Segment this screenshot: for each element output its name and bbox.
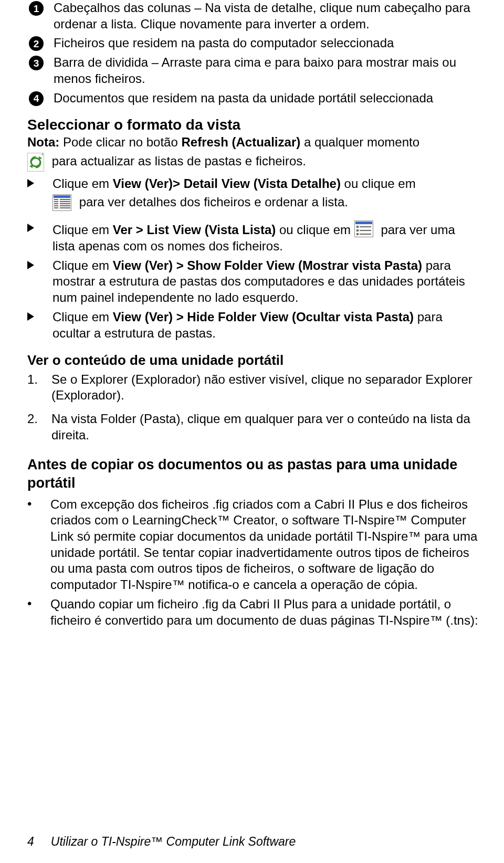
refresh-line: para actualizar as listas de pastas e fi… bbox=[27, 153, 479, 172]
nota-post: a qualquer momento bbox=[300, 135, 419, 149]
footer-title: Utilizar o TI-Nspire™ Computer Link Soft… bbox=[51, 834, 296, 849]
ordered-body: Na vista Folder (Pasta), clique em qualq… bbox=[51, 411, 479, 443]
ordered-num: 1. bbox=[27, 372, 42, 404]
bullet-dot-icon: • bbox=[27, 497, 39, 593]
svg-rect-0 bbox=[28, 153, 44, 171]
svg-rect-17 bbox=[355, 222, 372, 224]
b1-after-icon: para ver detalhes dos ficheiros e ordena… bbox=[76, 195, 348, 209]
number-marker: 4 bbox=[27, 90, 45, 107]
svg-rect-12 bbox=[60, 201, 70, 202]
bullet-item-2: Clique em Ver > List View (Vista Lista) … bbox=[27, 220, 479, 254]
number-marker: 2 bbox=[27, 35, 45, 51]
nota-bold: Refresh (Actualizar) bbox=[181, 135, 300, 149]
bullet-body: Clique em Ver > List View (Vista Lista) … bbox=[52, 220, 479, 254]
numbered-text: Documentos que residem na pasta da unida… bbox=[54, 90, 479, 107]
numbered-item-2: 2 Ficheiros que residem na pasta do comp… bbox=[27, 35, 479, 51]
heading-view-handheld-contents: Ver o conteúdo de uma unidade portátil bbox=[27, 352, 479, 369]
svg-rect-11 bbox=[60, 199, 70, 200]
bullet-item-3: Clique em View (Ver) > Show Folder View … bbox=[27, 258, 479, 306]
b1-post: ou clique em bbox=[341, 176, 416, 191]
bullet-item-1: Clique em View (Ver)> Detail View (Vista… bbox=[27, 176, 479, 211]
svg-rect-9 bbox=[54, 205, 58, 206]
svg-rect-23 bbox=[360, 234, 371, 235]
b4-pre: Clique em bbox=[52, 310, 113, 324]
numbered-item-3: 3 Barra de dividida – Arraste para cima … bbox=[27, 55, 479, 87]
triangle-bullet-icon bbox=[27, 309, 41, 341]
ordered-item-1: 1. Se o Explorer (Explorador) não estive… bbox=[27, 372, 479, 404]
nota-pre: Pode clicar no botão bbox=[59, 135, 181, 149]
page-number: 4 bbox=[27, 834, 34, 849]
note-line: Nota: Pode clicar no botão Refresh (Actu… bbox=[27, 134, 479, 151]
b2-bold: Ver > List View (Vista Lista) bbox=[113, 223, 276, 237]
svg-rect-18 bbox=[356, 226, 359, 228]
circle-number-1: 1 bbox=[29, 1, 44, 16]
svg-rect-14 bbox=[60, 205, 70, 206]
number-marker: 1 bbox=[27, 0, 45, 32]
b1-pre: Clique em bbox=[52, 176, 113, 191]
svg-rect-20 bbox=[356, 229, 359, 231]
svg-rect-10 bbox=[54, 207, 58, 208]
b2-pre: Clique em bbox=[52, 223, 113, 237]
list-view-icon bbox=[354, 220, 373, 237]
number-marker: 3 bbox=[27, 55, 45, 87]
numbered-item-1: 1 Cabeçalhos das colunas – Na vista de d… bbox=[27, 0, 479, 32]
refresh-text: para actualizar as listas de pastas e fi… bbox=[48, 154, 306, 168]
ordered-item-2: 2. Na vista Folder (Pasta), clique em qu… bbox=[27, 411, 479, 443]
svg-rect-13 bbox=[60, 203, 70, 204]
svg-rect-5 bbox=[54, 195, 70, 198]
ordered-body: Se o Explorer (Explorador) não estiver v… bbox=[51, 372, 479, 404]
numbered-item-4: 4 Documentos que residem na pasta da uni… bbox=[27, 90, 479, 107]
svg-rect-21 bbox=[360, 230, 371, 231]
b4-bold: View (Ver) > Hide Folder View (Ocultar v… bbox=[113, 310, 414, 324]
b1-bold: View (Ver)> Detail View (Vista Detalhe) bbox=[113, 176, 341, 191]
triangle-bullet-icon bbox=[27, 176, 41, 211]
numbered-text: Cabeçalhos das colunas – Na vista de det… bbox=[54, 0, 479, 32]
triangle-bullet-icon bbox=[27, 258, 41, 306]
dot-body: Quando copiar um ficheiro .fig da Cabri … bbox=[50, 596, 479, 628]
bullet-body: Clique em View (Ver) > Hide Folder View … bbox=[52, 309, 479, 341]
circle-number-3: 3 bbox=[29, 56, 44, 70]
numbered-text: Barra de dividida – Arraste para cima e … bbox=[54, 55, 479, 87]
ordered-num: 2. bbox=[27, 411, 42, 443]
svg-rect-22 bbox=[356, 233, 359, 235]
detail-view-icon bbox=[52, 194, 71, 211]
b2-mid: ou clique em bbox=[276, 223, 354, 237]
svg-rect-6 bbox=[54, 199, 58, 200]
svg-rect-15 bbox=[60, 207, 70, 208]
heading-before-copying: Antes de copiar os documentos ou as past… bbox=[27, 456, 479, 492]
nota-label: Nota: bbox=[27, 135, 59, 149]
b3-pre: Clique em bbox=[52, 258, 113, 272]
bullet-body: Clique em View (Ver)> Detail View (Vista… bbox=[52, 176, 479, 211]
b3-bold: View (Ver) > Show Folder View (Mostrar v… bbox=[113, 258, 422, 272]
circle-number-2: 2 bbox=[29, 36, 44, 51]
bullet-item-4: Clique em View (Ver) > Hide Folder View … bbox=[27, 309, 479, 341]
bullet-dot-icon: • bbox=[27, 596, 39, 628]
bullet-body: Clique em View (Ver) > Show Folder View … bbox=[52, 258, 479, 306]
numbered-text: Ficheiros que residem na pasta do comput… bbox=[54, 35, 479, 51]
page: 1 Cabeçalhos das colunas – Na vista de d… bbox=[0, 0, 504, 863]
svg-rect-7 bbox=[54, 201, 58, 202]
svg-rect-8 bbox=[54, 203, 58, 204]
refresh-icon bbox=[27, 153, 44, 172]
dot-item-1: • Com excepção dos ficheiros .fig criado… bbox=[27, 497, 479, 593]
triangle-bullet-icon bbox=[27, 220, 41, 254]
heading-select-view-format: Seleccionar o formato da vista bbox=[27, 115, 479, 134]
page-footer: 4 Utilizar o TI-Nspire™ Computer Link So… bbox=[0, 834, 504, 849]
svg-rect-19 bbox=[360, 226, 371, 227]
b1-line2: para ver detalhes dos ficheiros e ordena… bbox=[52, 194, 479, 212]
dot-item-2: • Quando copiar um ficheiro .fig da Cabr… bbox=[27, 596, 479, 628]
circle-number-4: 4 bbox=[29, 91, 44, 106]
dot-body: Com excepção dos ficheiros .fig criados … bbox=[50, 497, 479, 593]
